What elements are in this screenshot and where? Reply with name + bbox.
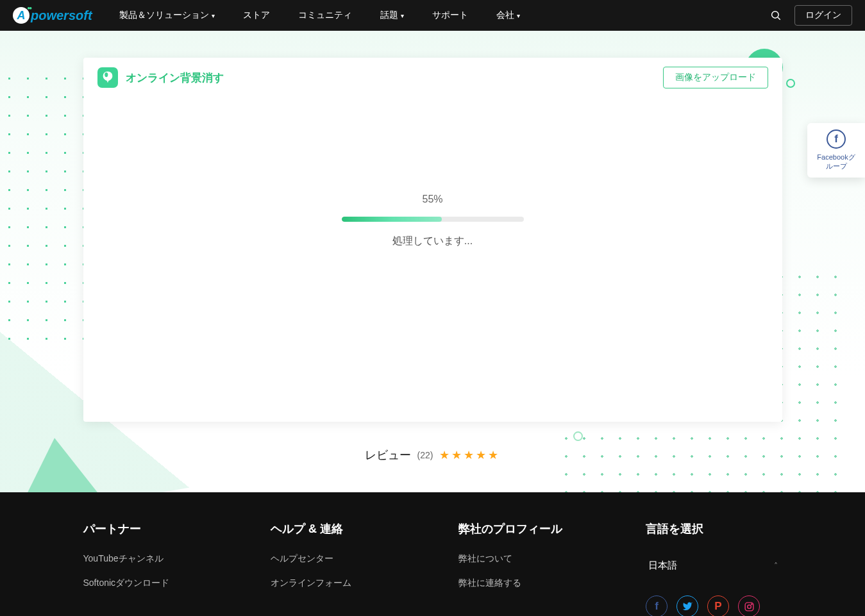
footer-link[interactable]: YouTubeチャンネル	[83, 553, 220, 565]
balloon-icon	[102, 71, 113, 85]
main-nav: 製品＆ソリューション▾ ストア コミュニティ 話題▾ サポート 会社▾	[105, 0, 534, 31]
decor-triangle	[16, 434, 99, 492]
footer-heading-help: ヘルプ & 連絡	[271, 521, 407, 537]
footer-heading-language: 言語を選択	[646, 521, 782, 537]
app-icon	[97, 67, 118, 88]
language-select[interactable]: 日本語 ˄	[646, 553, 780, 579]
nav-products-label: 製品＆ソリューション	[119, 10, 209, 21]
svg-point-5	[751, 603, 752, 604]
login-button[interactable]: ログイン	[794, 5, 852, 26]
pinterest-icon[interactable]: P	[707, 595, 729, 616]
footer-link[interactable]: 弊社について	[458, 553, 595, 565]
nav-company[interactable]: 会社▾	[482, 0, 534, 31]
nav-products[interactable]: 製品＆ソリューション▾	[105, 0, 229, 31]
facebook-group-widget[interactable]: f Facebookグループ	[807, 123, 865, 178]
nav-topics[interactable]: 話題▾	[366, 0, 418, 31]
twitter-icon[interactable]	[676, 595, 698, 616]
footer-heading-profile: 弊社のプロフィール	[458, 521, 595, 537]
footer-heading-partner: パートナー	[83, 521, 220, 537]
chevron-down-icon: ▾	[517, 12, 520, 19]
facebook-icon[interactable]: f	[646, 595, 668, 616]
nav-company-label: 会社	[496, 10, 514, 21]
decor-ring	[786, 79, 795, 88]
search-icon[interactable]	[770, 10, 782, 21]
nav-support-label: サポート	[432, 10, 468, 21]
svg-point-0	[772, 12, 779, 19]
footer-link[interactable]: Softonicダウンロード	[83, 578, 220, 589]
footer-col-language: 言語を選択 日本語 ˄ f P	[646, 521, 782, 616]
progress-bar-fill	[342, 217, 442, 222]
star-rating[interactable]: ★★★★★	[439, 448, 500, 462]
nav-topics-label: 話題	[380, 10, 398, 21]
footer-col-profile: 弊社のプロフィール 弊社について 弊社に連絡する	[458, 521, 595, 616]
instagram-icon[interactable]	[738, 595, 760, 616]
nav-community[interactable]: コミュニティ	[284, 0, 366, 31]
svg-line-1	[778, 17, 780, 20]
footer-link[interactable]: ヘルプセンター	[271, 553, 407, 565]
svg-point-4	[747, 604, 751, 608]
nav-store[interactable]: ストア	[229, 0, 284, 31]
social-links: f P	[646, 595, 782, 616]
progress-area: 55% 処理しています...	[83, 97, 782, 248]
logo-letter: A●●	[13, 7, 29, 24]
footer-col-partner: パートナー YouTubeチャンネル Softonicダウンロード	[83, 521, 220, 616]
footer-link[interactable]: オンラインフォーム	[271, 578, 407, 589]
nav-support[interactable]: サポート	[418, 0, 482, 31]
footer: パートナー YouTubeチャンネル Softonicダウンロード ヘルプ & …	[0, 492, 865, 616]
top-header: A●● powersoft 製品＆ソリューション▾ ストア コミュニティ 話題▾…	[0, 0, 865, 31]
card-header: オンライン背景消す 画像をアップロード	[83, 58, 782, 97]
upload-card: オンライン背景消す 画像をアップロード 55% 処理しています...	[83, 58, 782, 422]
app-title: オンライン背景消す	[126, 71, 224, 85]
svg-point-2	[105, 72, 108, 77]
chevron-down-icon: ▾	[212, 12, 215, 19]
footer-link[interactable]: 弊社に連絡する	[458, 578, 595, 589]
brand-logo[interactable]: A●● powersoft	[13, 7, 92, 24]
chevron-up-icon: ˄	[774, 562, 778, 570]
chevron-down-icon: ▾	[401, 12, 404, 19]
upload-button[interactable]: 画像をアップロード	[663, 67, 768, 88]
progress-label: 処理しています...	[392, 235, 473, 248]
nav-store-label: ストア	[243, 10, 270, 21]
progress-bar	[342, 217, 524, 222]
footer-col-help: ヘルプ & 連絡 ヘルプセンター オンラインフォーム	[271, 521, 407, 616]
language-current: 日本語	[648, 560, 677, 572]
logo-text: powersoft	[31, 8, 92, 23]
progress-percent: 55%	[422, 194, 442, 205]
review-label: レビュー	[365, 447, 411, 463]
facebook-widget-label: Facebookグループ	[814, 153, 859, 171]
facebook-icon: f	[827, 129, 846, 149]
review-row: レビュー (22) ★★★★★	[0, 447, 865, 463]
review-count: (22)	[417, 450, 433, 460]
main-area: オンライン背景消す 画像をアップロード 55% 処理しています... レビュー …	[0, 31, 865, 492]
nav-community-label: コミュニティ	[298, 10, 352, 21]
decor-ring-small	[573, 431, 583, 441]
